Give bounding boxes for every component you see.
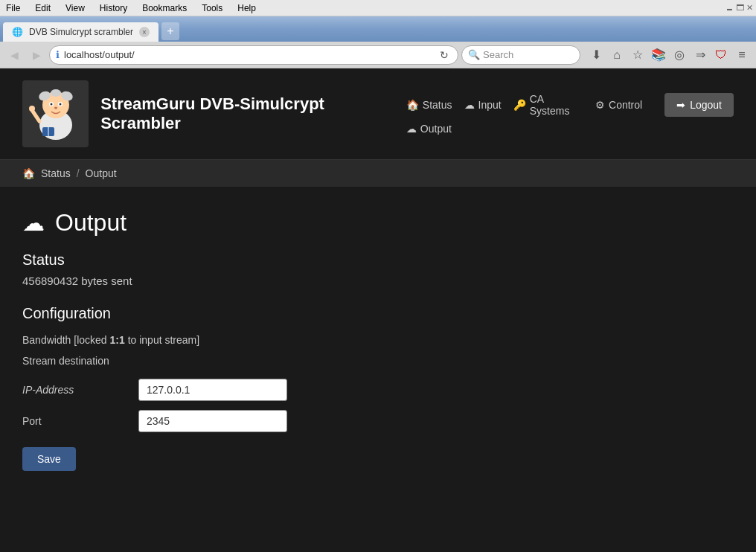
status-section-title: Status bbox=[22, 251, 734, 269]
menu-hamburger-icon[interactable]: ≡ bbox=[732, 45, 752, 65]
nav-output[interactable]: ☁ Output bbox=[406, 123, 452, 135]
tab-favicon: 🌐 bbox=[12, 27, 23, 37]
shield-red-icon[interactable]: 🛡 bbox=[711, 45, 731, 65]
nav-row-2: ☁ Output bbox=[406, 123, 452, 135]
search-bar[interactable]: 🔍 Search bbox=[461, 45, 580, 65]
port-row: Port bbox=[22, 410, 734, 432]
bookmarks-icon[interactable]: 📚 bbox=[649, 45, 668, 65]
status-section: Status 456890432 bytes sent bbox=[22, 251, 734, 287]
home-icon[interactable]: ⌂ bbox=[607, 45, 627, 65]
svg-point-11 bbox=[29, 106, 35, 112]
download-icon[interactable]: ⬇ bbox=[586, 45, 606, 65]
tab-bar: 🌐 DVB Simulcrypt scrambler × + bbox=[0, 16, 756, 42]
config-section-title: Configuration bbox=[22, 305, 734, 322]
menu-tools[interactable]: Tools bbox=[199, 1, 225, 15]
input-nav-icon: ☁ bbox=[464, 99, 475, 111]
page-content: StreamGuru DVB-Simulcrypt Scrambler 🏠 St… bbox=[0, 68, 756, 552]
page-heading: ☁ Output bbox=[22, 209, 734, 237]
menu-help[interactable]: Help bbox=[234, 1, 259, 15]
control-nav-icon: ⚙ bbox=[595, 99, 605, 111]
svg-point-9 bbox=[54, 107, 57, 109]
port-label: Port bbox=[22, 415, 126, 427]
app-title: StreamGuru DVB-Simulcrypt Scrambler bbox=[100, 94, 406, 133]
menu-bar: File Edit View History Bookmarks Tools H… bbox=[0, 0, 756, 16]
nav-bar: ◀ ▶ ℹ localhost/output/ ↻ 🔍 Search ⬇ ⌂ ☆… bbox=[0, 42, 756, 68]
back-button[interactable]: ◀ bbox=[4, 45, 24, 65]
app-logo bbox=[22, 80, 89, 147]
status-nav-icon: 🏠 bbox=[406, 99, 419, 111]
main-content: ☁ Output Status 456890432 bytes sent Con… bbox=[0, 187, 756, 552]
logout-icon: ➡ bbox=[676, 99, 685, 111]
ip-address-row: IP-Address bbox=[22, 379, 734, 401]
menu-view[interactable]: View bbox=[63, 1, 88, 15]
search-icon: 🔍 bbox=[468, 49, 480, 60]
bandwidth-note: Bandwidth [locked 1:1 to input stream] bbox=[22, 334, 734, 346]
nav-input[interactable]: ☁ Input bbox=[464, 93, 502, 117]
forward-button[interactable]: ▶ bbox=[27, 45, 46, 65]
svg-line-10 bbox=[32, 110, 39, 121]
menu-edit[interactable]: Edit bbox=[32, 1, 54, 15]
logout-button[interactable]: ➡ Logout bbox=[664, 93, 734, 117]
new-tab-button[interactable]: + bbox=[161, 22, 179, 40]
pocket-icon[interactable]: ◎ bbox=[670, 45, 689, 65]
breadcrumb-home-icon: 🏠 bbox=[22, 167, 35, 179]
svg-point-7 bbox=[50, 103, 52, 106]
ip-label: IP-Address bbox=[22, 384, 126, 396]
browser-tab-active[interactable]: 🌐 DVB Simulcrypt scrambler × bbox=[3, 22, 158, 42]
output-nav-icon: ☁ bbox=[406, 123, 417, 135]
nav-status[interactable]: 🏠 Status bbox=[406, 93, 452, 117]
tab-close-button[interactable]: × bbox=[139, 27, 150, 37]
arrow-right-icon[interactable]: ⇒ bbox=[691, 45, 710, 65]
breadcrumb-current: Output bbox=[86, 167, 117, 179]
search-placeholder: Search bbox=[483, 49, 513, 60]
ip-address-input[interactable] bbox=[138, 379, 287, 401]
config-section: Configuration Bandwidth [locked 1:1 to i… bbox=[22, 305, 734, 471]
menu-file[interactable]: File bbox=[3, 1, 23, 15]
bookmark-star-icon[interactable]: ☆ bbox=[628, 45, 647, 65]
breadcrumb-separator: / bbox=[77, 167, 80, 179]
nav-control[interactable]: ⚙ Control bbox=[595, 93, 642, 117]
stream-dest-label: Stream destination bbox=[22, 355, 734, 367]
app-header: StreamGuru DVB-Simulcrypt Scrambler 🏠 St… bbox=[0, 68, 756, 160]
port-input[interactable] bbox=[138, 410, 287, 432]
page-heading-icon: ☁ bbox=[22, 210, 45, 236]
refresh-button[interactable]: ↻ bbox=[437, 48, 452, 62]
nav-row-1: 🏠 Status ☁ Input 🔑 CA Systems ⚙ bbox=[406, 93, 642, 117]
toolbar-icons: ⬇ ⌂ ☆ 📚 ◎ ⇒ 🛡 ≡ bbox=[586, 45, 752, 65]
address-bar[interactable]: ℹ localhost/output/ ↻ bbox=[49, 45, 458, 65]
browser-frame: File Edit View History Bookmarks Tools H… bbox=[0, 0, 756, 552]
address-text: localhost/output/ bbox=[64, 49, 432, 60]
breadcrumb: 🏠 Status / Output bbox=[0, 160, 756, 187]
nav-ca-systems[interactable]: 🔑 CA Systems bbox=[513, 93, 583, 117]
nav-links: 🏠 Status ☁ Input 🔑 CA Systems ⚙ bbox=[406, 93, 642, 135]
breadcrumb-status-link[interactable]: Status bbox=[41, 167, 71, 179]
save-button[interactable]: Save bbox=[22, 447, 76, 471]
status-bytes-sent: 456890432 bytes sent bbox=[22, 275, 734, 287]
ca-nav-icon: 🔑 bbox=[513, 99, 526, 111]
app-logo-area: StreamGuru DVB-Simulcrypt Scrambler bbox=[22, 80, 406, 147]
menu-bookmarks[interactable]: Bookmarks bbox=[139, 1, 190, 15]
info-icon: ℹ bbox=[56, 49, 60, 60]
menu-history[interactable]: History bbox=[97, 1, 130, 15]
svg-point-3 bbox=[51, 89, 61, 97]
tab-label: DVB Simulcrypt scrambler bbox=[29, 27, 133, 37]
svg-point-8 bbox=[59, 103, 61, 106]
